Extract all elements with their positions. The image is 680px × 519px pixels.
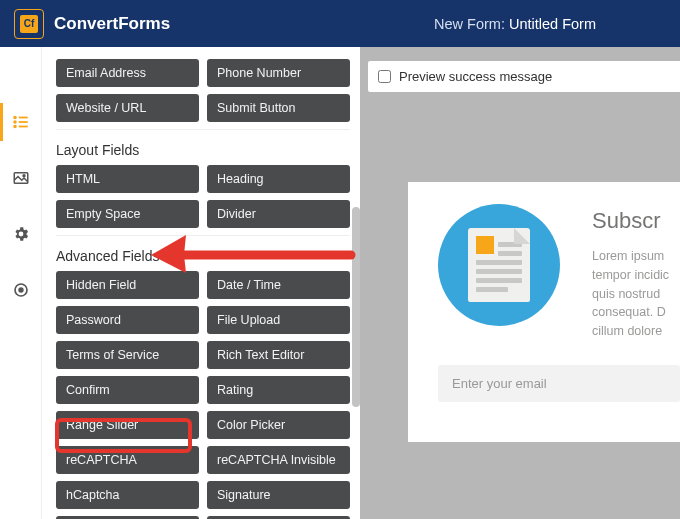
field-password[interactable]: Password	[56, 306, 199, 334]
disc-icon	[12, 281, 30, 299]
preview-email-input[interactable]: Enter your email	[438, 365, 680, 402]
preview-heading: Subscr	[592, 204, 680, 237]
field-website-url[interactable]: Website / URL	[56, 94, 199, 122]
field-hidden-field[interactable]: Hidden Field	[56, 271, 199, 299]
svg-point-1	[14, 121, 16, 123]
svg-point-0	[14, 117, 16, 119]
form-preview-card: Subscr Lorem ipsum tempor incidic quis n…	[408, 182, 680, 442]
field-empty-space[interactable]: Empty Space	[56, 200, 199, 228]
svg-point-9	[19, 288, 23, 292]
field-signature[interactable]: Signature	[207, 481, 350, 509]
title-static: New Form:	[434, 16, 509, 32]
newsletter-icon	[438, 204, 560, 326]
field-rating[interactable]: Rating	[207, 376, 350, 404]
preview-success-checkbox[interactable]	[378, 70, 391, 83]
field-rich-text-editor[interactable]: Rich Text Editor	[207, 341, 350, 369]
field-recaptcha-invisible[interactable]: reCAPTCHA Invisible	[207, 446, 350, 474]
field-recaptcha[interactable]: reCAPTCHA	[56, 446, 199, 474]
field-range-slider[interactable]: Range Slider	[56, 411, 199, 439]
section-advanced-fields: Advanced Fields	[56, 236, 350, 271]
image-icon	[12, 169, 30, 187]
title-name: Untitled Form	[509, 16, 596, 32]
preview-area: Preview success message	[360, 47, 680, 519]
rail-publish[interactable]	[0, 275, 42, 305]
side-rail	[0, 47, 42, 519]
svg-point-7	[23, 175, 25, 177]
preview-text-block: Subscr Lorem ipsum tempor incidic quis n…	[592, 204, 680, 341]
field-hcaptcha[interactable]: hCaptcha	[56, 481, 199, 509]
field-date-time[interactable]: Date / Time	[207, 271, 350, 299]
preview-success-label: Preview success message	[399, 69, 552, 84]
list-icon	[12, 113, 30, 131]
logo-cf-icon: Cf	[20, 15, 38, 33]
form-title[interactable]: New Form: Untitled Form	[170, 16, 666, 32]
topbar: Cf ConvertForms New Form: Untitled Form	[0, 0, 680, 47]
field-confirm[interactable]: Confirm	[56, 376, 199, 404]
field-file-upload[interactable]: File Upload	[207, 306, 350, 334]
field-html[interactable]: HTML	[56, 165, 199, 193]
field-heading[interactable]: Heading	[207, 165, 350, 193]
field-color-picker[interactable]: Color Picker	[207, 411, 350, 439]
field-phone-number[interactable]: Phone Number	[207, 59, 350, 87]
rail-design[interactable]	[0, 163, 42, 193]
svg-point-2	[14, 126, 16, 128]
gear-icon	[12, 225, 30, 243]
brand-name: ConvertForms	[54, 14, 170, 34]
section-layout-fields: Layout Fields	[56, 130, 350, 165]
field-submit-button[interactable]: Submit Button	[207, 94, 350, 122]
field-divider[interactable]: Divider	[207, 200, 350, 228]
preview-success-toggle[interactable]: Preview success message	[368, 61, 680, 92]
rail-fields[interactable]	[0, 107, 42, 137]
preview-body: Lorem ipsum tempor incidic quis nostrud …	[592, 247, 680, 341]
brand-logo: Cf	[14, 9, 44, 39]
rail-settings[interactable]	[0, 219, 42, 249]
field-terms-of-service[interactable]: Terms of Service	[56, 341, 199, 369]
fields-panel: Email Address Phone Number Website / URL…	[42, 47, 360, 519]
panel-scrollbar[interactable]	[352, 207, 360, 407]
field-email-address[interactable]: Email Address	[56, 59, 199, 87]
